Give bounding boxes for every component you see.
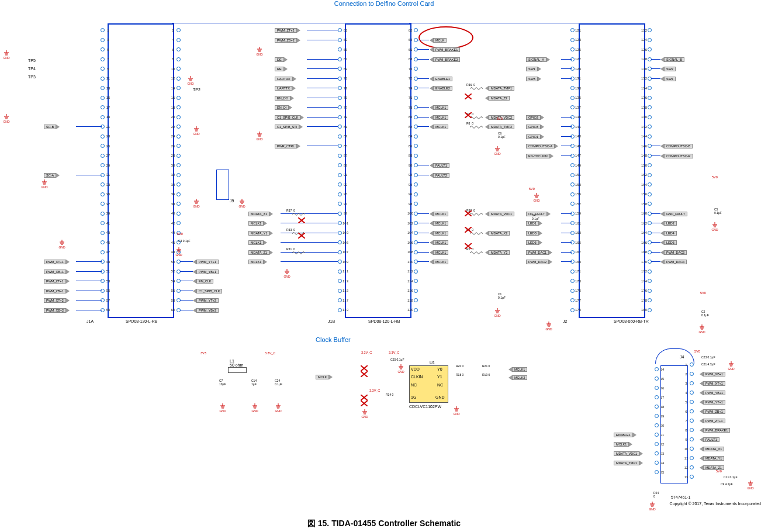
net-PWM_DAC4: PWM_DAC4: [660, 259, 687, 265]
res-R18: R18 0: [456, 373, 463, 376]
gnd-symbol: GND: [193, 199, 200, 208]
res-R20: R20 0: [456, 364, 463, 368]
gnd-symbol: GND: [453, 406, 460, 416]
net-MCLK1: MCLK1: [248, 259, 267, 265]
net-GND_FAULT: GND_FAULT: [660, 211, 687, 217]
pin-83: 83: [338, 134, 349, 139]
net-COMPOUTSC-B: COMPOUTSC-B: [660, 143, 693, 149]
pin-41: 41: [101, 221, 112, 225]
pin-169: 169: [570, 260, 582, 264]
net-MCLK1: MCLK1: [430, 211, 448, 217]
pin-157: 157: [570, 202, 582, 206]
net-SIGNAL_A: SIGNAL_A: [526, 57, 550, 63]
pin-158: 158: [641, 202, 652, 206]
net-MDATA_Y1: MDATA_Y1: [700, 455, 724, 461]
net-SW4: SW4: [660, 76, 676, 82]
pin-39: 39: [101, 212, 112, 216]
pin-24: 24: [655, 461, 666, 465]
net-PWM_BRAKE1: PWM_BRAKE1: [430, 47, 460, 53]
pin-vdd: VDD: [411, 367, 420, 371]
gnd-symbol: GND: [545, 322, 552, 331]
pin-22: 22: [169, 125, 181, 129]
gnd-symbol: GND: [649, 502, 656, 511]
net-LED4: LED4: [660, 230, 677, 236]
pin-77: 77: [338, 105, 349, 109]
pin-117: 117: [338, 298, 349, 302]
pin-18: 18: [169, 105, 181, 109]
pin-92: 92: [407, 173, 418, 177]
pin-30: 30: [169, 163, 181, 167]
gnd-symbol: GND: [397, 364, 404, 374]
pin-143: 143: [570, 134, 582, 139]
net-MDATA_TMP2: MDATA_TMP2: [485, 124, 514, 130]
pin-75: 75: [338, 96, 349, 100]
cap-C25: C25 0.1µF: [390, 358, 404, 361]
pin-96: 96: [407, 192, 418, 196]
pin-159: 159: [570, 212, 582, 216]
net-GPIO3: GPIO3: [526, 124, 544, 130]
pin-13: 13: [101, 86, 112, 90]
net-MDATA_Z2: MDATA_Z2: [485, 95, 510, 101]
gnd-symbol: GND: [3, 114, 10, 123]
pin-64: 64: [407, 38, 418, 42]
net-C1_SPIB_CLK: C1_SPIB_CLK: [275, 115, 304, 120]
pin-149: 149: [570, 163, 582, 167]
net-UARTRX: UARTRX: [275, 76, 296, 82]
pin-7: 7: [101, 57, 112, 61]
pin-104: 104: [407, 231, 418, 235]
pin-170: 170: [641, 260, 652, 264]
inductor-sym: [228, 367, 247, 373]
pin-37: 37: [101, 202, 112, 206]
net-MDATA_Z1: MDATA_Z1: [248, 250, 273, 255]
pin-19: 19: [101, 115, 112, 119]
pin-16: 16: [655, 386, 666, 390]
net-COMPOUTSC-R: COMPOUTSC-R: [660, 153, 693, 159]
net-MDATA_VDC1: MDATA_VDC1: [614, 451, 643, 457]
pin-134: 134: [641, 86, 652, 90]
pin-72: 72: [407, 77, 418, 81]
pin-88: 88: [407, 154, 418, 158]
pin-118: 118: [407, 298, 418, 302]
pin-145: 145: [570, 144, 582, 148]
pin-59: 59: [101, 308, 112, 312]
pin-155: 155: [570, 192, 582, 196]
net-MCLK1: MCLK1: [430, 240, 448, 246]
pin-171: 171: [570, 270, 582, 274]
part-J1A: SPD08-120-L-RB: [126, 319, 157, 323]
inductor-L1: L150 ohm: [230, 359, 243, 367]
net-MDATA_X1: MDATA_X1: [248, 211, 273, 217]
part-J4: 5747461-1: [671, 495, 690, 499]
pin-32: 32: [169, 173, 181, 177]
pin-130: 130: [641, 67, 652, 71]
pin-124: 124: [641, 38, 652, 42]
cap-C24: C240.1µF: [275, 379, 282, 386]
net-MCLK1: MCLK1: [430, 124, 448, 130]
pin-168: 168: [641, 250, 652, 254]
cap-C3: C3 0.1µF: [178, 239, 191, 243]
part-J1B: SPD08-120-L-RB: [368, 319, 400, 323]
pin-16: 16: [169, 96, 181, 100]
pin-142: 142: [641, 125, 652, 129]
net-mclk-in: MCLK: [316, 374, 333, 380]
pin-121: 121: [570, 28, 582, 32]
pin-89: 89: [338, 163, 349, 167]
gnd-symbol: GND: [256, 132, 263, 141]
net-FAULT1: FAULT1: [430, 163, 449, 168]
net-MCLK1: MCLK1: [248, 240, 267, 246]
pin-2: 2: [169, 28, 181, 32]
net-MDATA_X1: MDATA_X1: [700, 446, 724, 452]
pin-81: 81: [338, 125, 349, 129]
net-SIGNAL_B: SIGNAL_B: [660, 57, 684, 63]
cap-C4: C40.1µF: [532, 213, 539, 220]
pin-1: 1: [683, 362, 694, 367]
pin-9: 9: [101, 67, 112, 71]
pin-101: 101: [338, 221, 349, 225]
pin-178: 178: [641, 298, 652, 302]
res-R31: R31 0: [286, 247, 295, 251]
tp5: TP5: [28, 58, 36, 63]
pin-2: 2: [683, 372, 694, 376]
pin-146: 146: [641, 144, 652, 148]
res-R36: R36 0: [466, 83, 475, 87]
pin-122: 122: [641, 28, 652, 32]
net-PWM_ZT+1: PWM_ZT+1: [44, 278, 70, 284]
